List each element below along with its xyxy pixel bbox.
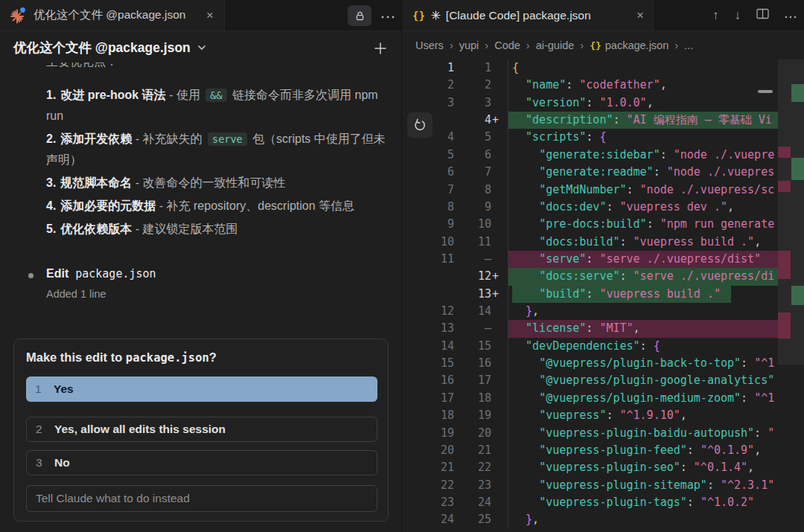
code-line[interactable]: 13— "license": "MIT", — [402, 320, 804, 337]
editor-more-icon[interactable] — [785, 8, 797, 23]
conversation-header[interactable]: 优化这个文件 @package.json — [13, 39, 206, 57]
code-line[interactable]: 22 "name": "codefather", — [402, 77, 804, 94]
code-token: "version" — [526, 96, 586, 109]
new-line-number: 18 — [454, 390, 491, 407]
code-line[interactable]: 56 "generate:sidebar": "node ./.vuepre — [402, 147, 804, 164]
code-line[interactable]: 1718 "@vuepress/plugin-medium-zoom": "^1 — [402, 390, 804, 407]
code-token: "^0.1.9" — [701, 443, 754, 457]
new-line-number: 16 — [454, 355, 491, 372]
new-line-number: — — [454, 251, 491, 268]
code-line[interactable]: 67 "generate:readme": "node ./.vuepres — [402, 164, 804, 181]
code-line[interactable]: 1819 "vuepress": "^1.9.10", — [402, 407, 804, 424]
claude-chat-tab[interactable]: 优化这个文件 @package.json × — [0, 0, 225, 31]
overview-ruler[interactable] — [778, 60, 804, 532]
diff-ruler-mark — [778, 313, 791, 339]
code-line[interactable]: 89 "docs:dev": "vuepress dev .", — [402, 199, 804, 216]
revert-change-button[interactable] — [407, 112, 433, 138]
diff-line-suffix: + — [491, 112, 504, 129]
diff-line-suffix — [491, 164, 504, 181]
split-editor-icon[interactable] — [756, 8, 769, 23]
left-more-icon[interactable] — [381, 9, 395, 22]
edit-bullet-icon — [28, 273, 34, 278]
previous-change-icon[interactable]: ↑ — [712, 8, 719, 23]
list-item-number: 5. — [46, 222, 56, 235]
code-line[interactable]: 13+ "build": "vuepress build ." — [402, 286, 804, 303]
code-line[interactable]: 910 "pre-docs:build": "npm run generate — [402, 216, 804, 233]
code-token: "description" — [526, 113, 613, 126]
edit-file-name: package.json — [75, 267, 156, 281]
code-line[interactable]: 11{ — [402, 60, 804, 77]
code-token — [512, 287, 539, 301]
diff-line-suffix: + — [491, 268, 504, 285]
diff-line-suffix — [491, 459, 504, 476]
dialog-option-yes[interactable]: 1 Yes — [26, 376, 377, 402]
code-line-content: { — [508, 60, 778, 77]
code-line[interactable]: 1011 "docs:build": "vuepress build .", — [402, 234, 804, 251]
code-line[interactable]: 2425 }, — [402, 511, 804, 528]
list-item-text: - 补充缺失的 — [132, 132, 205, 145]
diff-line-suffix — [491, 338, 504, 355]
code-line[interactable]: 4+ "description": "AI 编程指南 — 零基础 Vi — [402, 112, 804, 129]
breadcrumb-item[interactable]: {}package.json — [590, 39, 669, 51]
editor-tab-package-json[interactable]: {} [Claude Code] package.json × — [402, 0, 654, 31]
editor-tab-close-icon[interactable]: × — [636, 8, 644, 23]
dialog-option-yes-all-session[interactable]: 2 Yes, allow all edits this session — [26, 417, 377, 442]
breadcrumb-item[interactable]: yupi — [459, 39, 479, 51]
breadcrumb-separator-icon: › — [526, 39, 530, 51]
code-line[interactable]: 1617 "@vuepress/plugin-google-analytics" — [402, 372, 804, 389]
code-line[interactable]: 1415 "devDependencies": { — [402, 338, 804, 355]
code-token: "build" — [539, 287, 586, 301]
code-line[interactable]: 1516 "@vuepress/plugin-back-to-top": "^1 — [402, 355, 804, 372]
code-token: "generate:readme" — [539, 165, 654, 179]
code-line[interactable]: 2021 "vuepress-plugin-feed": "^0.1.9", — [402, 442, 804, 459]
edit-entry[interactable]: Editpackage.json — [46, 267, 156, 281]
code-token: "node ./.vuepress/sc — [640, 183, 775, 196]
code-editor[interactable]: 11{22 "name": "codefather",33 "version":… — [402, 60, 804, 529]
diff-line-suffix — [491, 216, 504, 233]
code-line[interactable]: 33 "version": "1.0.0", — [402, 94, 804, 112]
new-conversation-button[interactable] — [374, 42, 387, 58]
old-line-number: 6 — [402, 164, 454, 181]
feedback-input[interactable] — [26, 485, 377, 512]
breadcrumb-item[interactable]: ... — [684, 39, 693, 51]
code-line-content: "vuepress-plugin-feed": "^0.1.9", — [508, 442, 778, 459]
code-token — [512, 356, 539, 370]
code-token — [512, 408, 539, 422]
code-line[interactable]: 2223 "vuepress-plugin-sitemap": "^2.3.1" — [402, 477, 804, 494]
claude-logo-icon — [9, 7, 27, 25]
code-line[interactable]: 1214 }, — [402, 303, 804, 320]
code-token — [512, 339, 526, 353]
breadcrumb-item[interactable]: Users — [415, 39, 444, 51]
code-line[interactable]: 2122 "vuepress-plugin-seo": "^0.1.4", — [402, 459, 804, 476]
code-token: "docs:dev" — [539, 200, 606, 214]
code-line[interactable]: 11— "serve": "serve ./.vuepress/dist" — [402, 251, 804, 268]
code-token — [512, 252, 539, 266]
new-line-number: 22 — [454, 459, 491, 476]
code-line-content: "getMdNumber": "node ./.vuepress/sc — [508, 182, 778, 199]
left-tab-close-icon[interactable]: × — [206, 8, 214, 23]
breadcrumb-item[interactable]: Code — [494, 39, 520, 51]
code-token — [512, 478, 539, 492]
breadcrumb-item[interactable]: ai-guide — [536, 39, 575, 51]
code-line[interactable]: 1920 "vuepress-plugin-baidu-autopush": " — [402, 425, 804, 442]
dialog-option-no[interactable]: 3 No — [26, 450, 377, 475]
diff-line-suffix — [491, 234, 504, 251]
edit-verb: Edit — [46, 267, 68, 280]
code-token: "^1 — [754, 391, 774, 405]
diff-line-suffix — [491, 511, 504, 528]
code-line[interactable]: 78 "getMdNumber": "node ./.vuepress/sc — [402, 182, 804, 199]
code-token: , — [754, 235, 761, 249]
old-line-number: 15 — [402, 355, 454, 372]
code-line[interactable]: 45 "scripts": { — [402, 129, 804, 146]
code-token: : — [620, 269, 634, 283]
next-change-icon[interactable]: ↓ — [735, 8, 741, 23]
breadcrumb-label: package.json — [605, 39, 669, 51]
code-line[interactable]: 2324 "vuepress-plugin-tags": "^1.0.2" — [402, 494, 804, 511]
code-line-content: }, — [508, 511, 778, 528]
code-line[interactable]: 12+ "docs:serve": "serve ./.vuepress/di — [402, 268, 804, 285]
code-token: "serve ./.vuepress/dist" — [599, 252, 761, 266]
code-token: "serve" — [539, 252, 586, 266]
list-item-title: 添加开发依赖 — [60, 132, 132, 145]
lock-button[interactable] — [348, 5, 371, 26]
new-line-number: 23 — [454, 477, 491, 494]
